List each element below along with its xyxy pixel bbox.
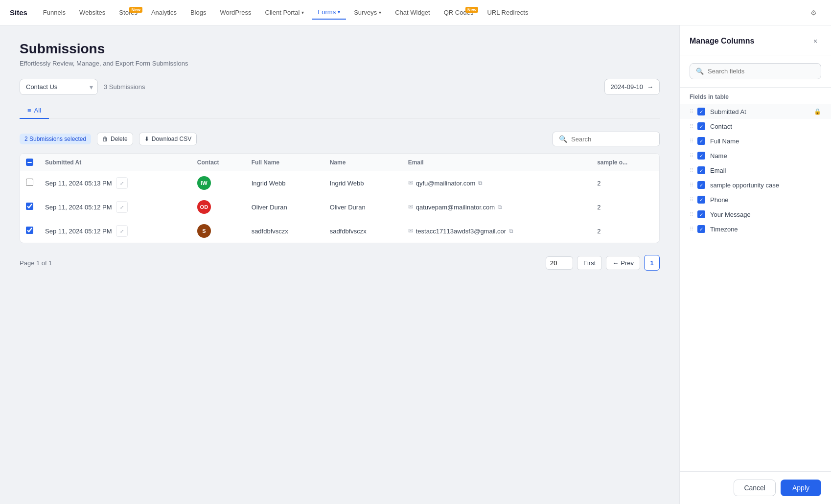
field-item[interactable]: ⠿ Name [680,148,831,163]
nav-qr-codes[interactable]: QR Codes New [438,6,480,19]
nav-surveys[interactable]: Surveys ▾ [348,6,387,19]
download-csv-button[interactable]: ⬇ Download CSV [139,133,197,145]
drag-handle-icon: ⠿ [690,227,692,232]
field-label: Phone [710,196,821,204]
row-name: Ingrid Webb [324,171,402,195]
drag-handle-icon: ⠿ [690,212,692,217]
expand-row-button[interactable]: ⤢ [116,225,128,237]
form-select[interactable]: Contact Us [20,79,98,95]
copy-email-button[interactable]: ⧉ [498,204,502,210]
search-box: 🔍 [553,132,660,146]
settings-icon[interactable]: ⚙ [806,5,821,21]
submissions-table: Submitted At Contact Full Name Name Emai [20,154,659,243]
nav-analytics[interactable]: Analytics [145,6,183,19]
field-label: sample opportunity case [710,182,821,189]
field-item[interactable]: ⠿ Your Message [680,207,831,222]
field-label: Your Message [710,211,821,218]
field-item[interactable]: ⠿ Full Name [680,134,831,148]
tabs: ≡ All [20,103,660,119]
field-label: Name [710,152,821,160]
field-checkbox[interactable] [697,210,705,218]
select-all-checkbox[interactable] [26,159,33,166]
nav-websites[interactable]: Websites [73,6,111,19]
row-submitted-at: Sep 11, 2024 05:12 PM ⤢ [39,195,191,219]
prev-page-button[interactable]: ← Prev [606,256,640,270]
row-sample-value: 2 [591,171,659,195]
row-name: Oliver Duran [324,195,402,219]
date-arrow-icon: → [647,83,653,91]
row-email: ✉ testacc17113awdsf3@gmail.cor ⧉ [402,219,591,243]
toolbar: Contact Us ▾ 3 Submissions 2024-09-10 → [20,79,660,95]
manage-columns-panel: Manage Columns × 🔍 Fields in table ⠿ Sub… [679,25,831,504]
row-checkbox-cell [20,171,39,195]
lock-icon: 🔒 [814,108,821,115]
field-checkbox[interactable] [697,225,705,233]
field-checkbox[interactable] [697,152,705,160]
field-label: Submitted At [710,108,809,115]
first-page-button[interactable]: First [577,256,602,270]
nav-funnels[interactable]: Funnels [37,6,71,19]
expand-row-button[interactable]: ⤢ [116,201,128,213]
contact-avatar[interactable]: S [197,224,211,238]
field-item[interactable]: ⠿ Contact [680,119,831,134]
field-label: Contact [710,123,821,130]
nav-url-redirects[interactable]: URL Redirects [481,6,534,19]
field-item[interactable]: ⠿ Timezone [680,222,831,236]
panel-search-input[interactable] [708,68,815,75]
brand-logo: Sites [10,8,27,17]
copy-email-button[interactable]: ⧉ [509,228,513,234]
date-range[interactable]: 2024-09-10 → [604,79,660,95]
expand-row-button[interactable]: ⤢ [116,177,128,189]
nav-stores[interactable]: Stores New [113,6,143,19]
email-icon: ✉ [408,228,413,234]
row-checkbox-1[interactable] [26,203,33,210]
per-page-select[interactable]: 20 50 100 [546,256,573,270]
email-icon: ✉ [408,180,413,186]
field-item[interactable]: ⠿ Phone [680,192,831,207]
col-full-name: Full Name [246,154,324,171]
field-checkbox[interactable] [697,137,705,145]
close-panel-button[interactable]: × [809,35,821,47]
col-submitted-at: Submitted At [39,154,191,171]
row-checkbox-cell [20,195,39,219]
nav-client-portal[interactable]: Client Portal ▾ [259,6,310,19]
table-container: Submitted At Contact Full Name Name Emai [20,153,660,243]
row-checkbox-2[interactable] [26,227,33,234]
tab-all[interactable]: ≡ All [20,103,49,119]
apply-button[interactable]: Apply [781,480,821,496]
contact-avatar[interactable]: IW [197,176,211,190]
row-sample-value: 2 [591,195,659,219]
nav-chat-widget[interactable]: Chat Widget [389,6,436,19]
table-row: Sep 11, 2024 05:12 PM ⤢ S sadfdbfvsczx s… [20,219,659,243]
stores-badge: New [129,7,142,13]
table-row: Sep 11, 2024 05:13 PM ⤢ IW Ingrid Webb I… [20,171,659,195]
field-item[interactable]: ⠿ Submitted At 🔒 [680,104,831,119]
table-header-row: Submitted At Contact Full Name Name Emai [20,154,659,171]
copy-email-button[interactable]: ⧉ [478,180,483,186]
header-checkbox-cell [20,154,39,171]
nav-blogs[interactable]: Blogs [185,6,212,19]
row-checkbox-0[interactable] [26,179,33,186]
field-checkbox[interactable] [697,166,705,174]
field-checkbox[interactable] [697,108,705,115]
row-full-name: Oliver Duran [246,195,324,219]
field-item[interactable]: ⠿ sample opportunity case [680,178,831,192]
field-item[interactable]: ⠿ Email [680,163,831,178]
cancel-button[interactable]: Cancel [734,480,776,496]
current-page-number: 1 [644,255,660,271]
col-name: Name [324,154,402,171]
page-title: Submissions [20,41,660,57]
search-input[interactable] [571,136,653,143]
nav-forms[interactable]: Forms ▾ [312,5,346,20]
contact-avatar[interactable]: OD [197,200,211,214]
field-label: Email [710,167,821,174]
search-icon: 🔍 [559,135,567,143]
delete-button[interactable]: 🗑 Delete [97,133,133,145]
row-contact: S [191,219,246,243]
field-checkbox[interactable] [697,196,705,204]
field-checkbox[interactable] [697,181,705,189]
top-nav: Sites Funnels Websites Stores New Analyt… [0,0,831,25]
field-checkbox[interactable] [697,122,705,130]
drag-handle-icon: ⠿ [690,138,692,144]
nav-wordpress[interactable]: WordPress [214,6,257,19]
